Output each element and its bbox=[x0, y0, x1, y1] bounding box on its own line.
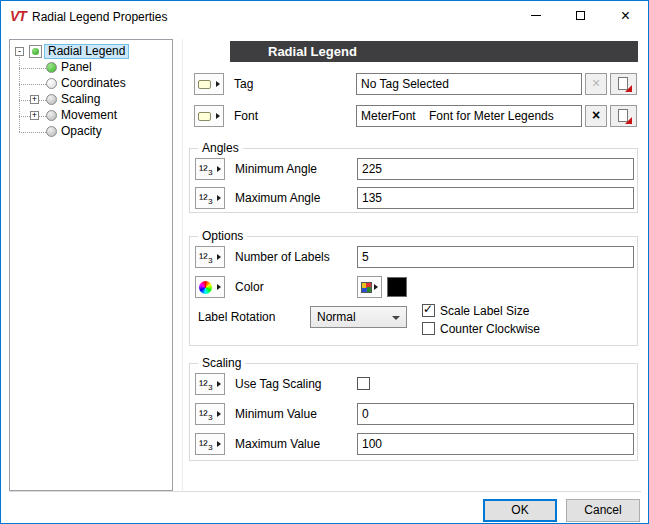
window-title: Radial Legend Properties bbox=[32, 10, 167, 24]
tree-item-panel[interactable]: Panel bbox=[61, 60, 92, 76]
tree-connector-line bbox=[19, 68, 46, 69]
tag-clear-button[interactable]: × bbox=[585, 73, 607, 95]
tree-item-coordinates[interactable]: Coordinates bbox=[61, 76, 126, 92]
font-chip-icon bbox=[198, 112, 211, 121]
ok-button[interactable]: OK bbox=[483, 499, 557, 522]
tree-item-scaling[interactable]: Scaling bbox=[61, 92, 100, 108]
tag-label: Tag bbox=[234, 73, 253, 95]
tree-item-movement[interactable]: Movement bbox=[61, 108, 117, 124]
number-of-labels-input[interactable] bbox=[357, 246, 634, 268]
check-icon: ✓ bbox=[423, 303, 433, 316]
tag-input[interactable] bbox=[356, 73, 582, 95]
tree-item-label: Coordinates bbox=[61, 76, 126, 90]
dropdown-arrow-icon bbox=[216, 81, 220, 87]
tree-item-label: Scaling bbox=[61, 92, 100, 106]
close-icon: × bbox=[621, 8, 630, 24]
maximum-angle-input[interactable] bbox=[357, 187, 634, 209]
color-picker-icon bbox=[361, 282, 372, 293]
maximum-angle-type-button[interactable]: ¹²₃ bbox=[195, 187, 225, 209]
font-type-button[interactable] bbox=[194, 105, 224, 127]
combo-chevron-icon bbox=[392, 316, 400, 320]
tree-panel: - Radial Legend Panel Coordinates + Scal… bbox=[9, 39, 173, 491]
minimum-angle-input[interactable] bbox=[357, 158, 634, 180]
counter-clockwise-checkbox[interactable] bbox=[422, 322, 435, 335]
tree-item-label: Opacity bbox=[61, 124, 102, 138]
minimum-value-input[interactable] bbox=[357, 403, 634, 425]
panel-status-dot-icon bbox=[46, 62, 57, 73]
tree-expand-toggle[interactable]: + bbox=[30, 111, 39, 120]
numeric-icon: ¹²₃ bbox=[199, 438, 213, 451]
use-tag-scaling-type-button[interactable]: ¹²₃ bbox=[195, 373, 225, 395]
coordinates-status-dot-icon bbox=[46, 78, 57, 89]
maximize-button[interactable] bbox=[558, 1, 603, 30]
color-wheel-icon bbox=[199, 281, 212, 294]
clear-icon: × bbox=[592, 75, 600, 91]
scaling-status-dot-icon bbox=[46, 94, 57, 105]
color-swatch[interactable] bbox=[387, 277, 407, 297]
maximum-angle-label: Maximum Angle bbox=[235, 187, 320, 209]
options-group: Options ¹²₃ Number of Labels Color Label… bbox=[189, 236, 638, 346]
dropdown-arrow-icon bbox=[217, 441, 221, 447]
minimum-angle-type-button[interactable]: ¹²₃ bbox=[195, 158, 225, 180]
scaling-group-title: Scaling bbox=[198, 356, 245, 370]
font-browse-icon bbox=[617, 109, 631, 123]
font-input[interactable] bbox=[356, 105, 582, 127]
radial-legend-properties-dialog: VT Radial Legend Properties × - Radial L… bbox=[0, 0, 649, 524]
titlebar[interactable]: VT Radial Legend Properties × bbox=[1, 1, 648, 31]
color-label: Color bbox=[235, 276, 264, 298]
dropdown-arrow-icon bbox=[217, 381, 221, 387]
numeric-icon: ¹²₃ bbox=[199, 192, 213, 205]
minimize-button[interactable] bbox=[513, 1, 558, 30]
properties-header: Radial Legend bbox=[230, 41, 638, 62]
maximum-value-label: Maximum Value bbox=[235, 433, 320, 455]
tree-collapse-toggle[interactable]: - bbox=[15, 47, 24, 56]
opacity-status-dot-icon bbox=[46, 126, 57, 137]
number-of-labels-type-button[interactable]: ¹²₃ bbox=[195, 246, 225, 268]
use-tag-scaling-checkbox[interactable] bbox=[357, 377, 370, 390]
expand-icon: + bbox=[32, 110, 37, 120]
label-rotation-value: Normal bbox=[317, 307, 356, 327]
counter-clockwise-label: Counter Clockwise bbox=[440, 322, 540, 336]
dropdown-arrow-icon bbox=[217, 284, 221, 290]
maximum-value-input[interactable] bbox=[357, 433, 634, 455]
scale-label-size-checkbox[interactable]: ✓ bbox=[422, 304, 435, 317]
label-rotation-dropdown[interactable]: Normal bbox=[310, 306, 407, 328]
tree-root-item[interactable]: Radial Legend bbox=[44, 44, 129, 60]
close-button[interactable]: × bbox=[603, 1, 648, 30]
angles-group-title: Angles bbox=[198, 141, 243, 155]
tree-expand-toggle[interactable]: + bbox=[30, 95, 39, 104]
tag-type-button[interactable] bbox=[194, 73, 224, 95]
font-label: Font bbox=[234, 105, 258, 127]
options-group-title: Options bbox=[198, 229, 247, 243]
collapse-icon: - bbox=[18, 46, 21, 56]
properties-header-title: Radial Legend bbox=[268, 44, 357, 59]
tag-browse-button[interactable] bbox=[610, 73, 637, 95]
scale-label-size-label: Scale Label Size bbox=[440, 304, 529, 318]
dropdown-arrow-icon bbox=[217, 195, 221, 201]
minimum-value-label: Minimum Value bbox=[235, 403, 317, 425]
tree-connector-line bbox=[19, 52, 20, 132]
font-browse-button[interactable] bbox=[610, 105, 637, 127]
tree-item-opacity[interactable]: Opacity bbox=[61, 124, 102, 140]
tree-item-label: Panel bbox=[61, 60, 92, 74]
maximum-value-type-button[interactable]: ¹²₃ bbox=[195, 433, 225, 455]
color-type-button[interactable] bbox=[195, 276, 225, 298]
expand-icon: + bbox=[32, 94, 37, 104]
minimum-value-type-button[interactable]: ¹²₃ bbox=[195, 403, 225, 425]
dropdown-arrow-icon bbox=[217, 254, 221, 260]
tree-connector-line bbox=[19, 132, 46, 133]
angles-group: Angles ¹²₃ Minimum Angle ¹²₃ Maximum Ang… bbox=[189, 148, 638, 213]
panel-divider bbox=[182, 39, 183, 491]
font-clear-button[interactable]: × bbox=[585, 105, 607, 127]
tree-root-label: Radial Legend bbox=[44, 44, 129, 59]
use-tag-scaling-label: Use Tag Scaling bbox=[235, 373, 322, 395]
dropdown-arrow-icon bbox=[374, 284, 378, 290]
radial-legend-node-icon bbox=[29, 45, 42, 58]
movement-status-dot-icon bbox=[46, 110, 57, 121]
cancel-button[interactable]: Cancel bbox=[566, 499, 640, 522]
tree-item-label: Movement bbox=[61, 108, 117, 122]
color-picker-button[interactable] bbox=[357, 276, 382, 298]
tree-connector-line bbox=[19, 84, 46, 85]
numeric-icon: ¹²₃ bbox=[199, 408, 213, 421]
tag-chip-icon bbox=[198, 80, 211, 89]
